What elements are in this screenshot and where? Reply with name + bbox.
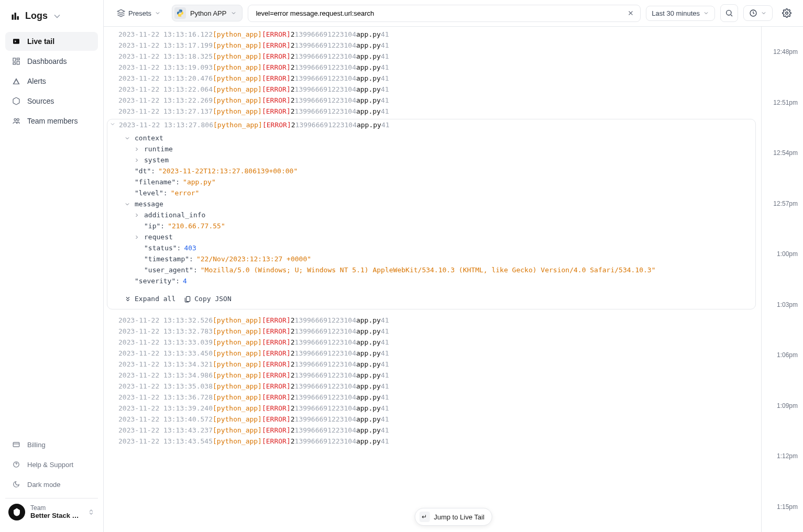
log-row[interactable]: 2023-11-22 13:13:43.545 [python_app] [ER…: [104, 436, 761, 447]
log-row[interactable]: 2023-11-22 13:13:39.240 [python_app] [ER…: [104, 403, 761, 414]
log-row[interactable]: 2023-11-22 13:13:22.269 [python_app] [ER…: [104, 95, 761, 106]
settings-button[interactable]: [778, 4, 796, 22]
log-level-tag: [ERROR]: [262, 393, 291, 401]
log-row[interactable]: 2023-11-22 13:13:33.039 [python_app] [ER…: [104, 337, 761, 348]
timeline-tick[interactable]: 12:51pm: [762, 77, 803, 128]
json-row[interactable]: "severity": 4: [115, 275, 748, 286]
log-tail: 2: [291, 437, 295, 445]
log-row[interactable]: 2023-11-22 13:13:34.986 [python_app] [ER…: [104, 370, 761, 381]
nav-team-members[interactable]: Team members: [5, 112, 98, 130]
alerts-icon: [12, 76, 21, 86]
log-row[interactable]: 2023-11-22 13:13:35.038 [python_app] [ER…: [104, 381, 761, 392]
log-timestamp: 2023-11-22 13:13:16.122: [118, 30, 213, 38]
log-row[interactable]: 2023-11-22 13:13:34.321 [python_app] [ER…: [104, 359, 761, 370]
json-row[interactable]: "status": 403: [115, 242, 748, 253]
timeline-tick[interactable]: 1:15pm: [762, 482, 803, 533]
log-level-tag: [ERROR]: [262, 371, 291, 379]
log-row[interactable]: 2023-11-22 13:13:20.476 [python_app] [ER…: [104, 73, 761, 84]
chevron-down-icon[interactable]: [124, 201, 131, 207]
dark-mode-icon: [12, 480, 21, 489]
json-row[interactable]: message: [115, 198, 748, 209]
svg-line-15: [731, 15, 732, 16]
log-row[interactable]: 2023-11-22 13:13:32.783 [python_app] [ER…: [104, 326, 761, 337]
timeline-tick[interactable]: 12:54pm: [762, 128, 803, 179]
chevron-down-icon: [230, 10, 237, 16]
log-row[interactable]: 2023-11-22 13:13:33.450 [python_app] [ER…: [104, 348, 761, 359]
jump-to-live-tail-button[interactable]: ↵ Jump to Live Tail: [414, 508, 492, 526]
json-row[interactable]: "ip": "210.66.77.55": [115, 220, 748, 231]
svg-rect-1: [13, 58, 16, 61]
chevron-down-icon: [703, 10, 709, 16]
log-row[interactable]: 2023-11-22 13:13:43.237 [python_app] [ER…: [104, 425, 761, 436]
log-timestamp: 2023-11-22 13:13:27.137: [118, 107, 213, 115]
svg-rect-7: [13, 442, 19, 447]
json-row[interactable]: "user_agent": "Mozilla/5.0 (Windows; U; …: [115, 264, 748, 275]
history-button[interactable]: [743, 5, 773, 21]
json-row[interactable]: runtime: [115, 143, 748, 154]
log-level-tag: [ERROR]: [262, 382, 291, 390]
log-level-tag: [ERROR]: [262, 404, 291, 412]
live-tail-icon: [12, 37, 21, 46]
log-tail: 2: [291, 404, 295, 412]
log-level-tag: [ERROR]: [262, 96, 291, 104]
nav-help[interactable]: Help & Support: [5, 455, 98, 474]
log-row[interactable]: 2023-11-22 13:13:27.137 [python_app] [ER…: [104, 106, 761, 117]
timeline-tick[interactable]: 12:48pm: [762, 27, 803, 77]
json-row[interactable]: additional_info: [115, 209, 748, 220]
copy-json-button[interactable]: Copy JSON: [184, 295, 231, 303]
log-row[interactable]: 2023-11-22 13:13:32.526 [python_app] [ER…: [104, 315, 761, 326]
chevron-right-icon[interactable]: [134, 212, 141, 218]
run-query-button[interactable]: [720, 4, 738, 22]
log-timestamp: 2023-11-22 13:13:17.199: [118, 41, 213, 49]
log-level-tag: [ERROR]: [262, 338, 291, 346]
log-timestamp: 2023-11-22 13:13:22.064: [118, 85, 213, 93]
chevron-right-icon[interactable]: [134, 234, 141, 240]
nav-sources[interactable]: Sources: [5, 92, 98, 110]
log-row[interactable]: 2023-11-22 13:13:27.806 [python_app] [ER…: [107, 119, 755, 130]
nav-dashboards[interactable]: Dashboards: [5, 52, 98, 71]
expand-all-button[interactable]: Expand all: [124, 295, 175, 303]
team-members-icon: [12, 116, 21, 126]
source-chip-label: Python APP: [190, 9, 226, 17]
log-row[interactable]: 2023-11-22 13:13:16.122 [python_app] [ER…: [104, 29, 761, 40]
nav-billing[interactable]: Billing: [5, 435, 98, 454]
team-switcher[interactable]: Team Better Stack Wr…: [5, 498, 98, 526]
chevron-down-icon[interactable]: [124, 135, 131, 141]
timeline-tick[interactable]: 12:57pm: [762, 179, 803, 229]
app-switcher[interactable]: Logs: [5, 6, 98, 26]
chevron-right-icon[interactable]: [134, 146, 141, 152]
log-row[interactable]: 2023-11-22 13:13:36.728 [python_app] [ER…: [104, 392, 761, 403]
log-row[interactable]: 2023-11-22 13:13:18.325 [python_app] [ER…: [104, 51, 761, 62]
log-row[interactable]: 2023-11-22 13:13:22.064 [python_app] [ER…: [104, 84, 761, 95]
log-level-tag: [ERROR]: [262, 415, 291, 423]
timeline-tick[interactable]: 1:03pm: [762, 280, 803, 330]
log-tail: 2: [291, 30, 295, 38]
enter-key-icon: ↵: [419, 512, 430, 522]
log-row[interactable]: 2023-11-22 13:13:17.199 [python_app] [ER…: [104, 40, 761, 51]
json-row[interactable]: system: [115, 154, 748, 165]
timeline-tick[interactable]: 1:09pm: [762, 381, 803, 431]
nav-dark-mode[interactable]: Dark mode: [5, 475, 98, 494]
nav-alerts[interactable]: Alerts: [5, 72, 98, 91]
log-row[interactable]: 2023-11-22 13:13:19.093 [python_app] [ER…: [104, 62, 761, 73]
json-row[interactable]: "dt": "2023-11-22T12:13:27.806139+00:00": [115, 165, 748, 176]
chevron-right-icon[interactable]: [134, 157, 141, 163]
query-input[interactable]: [251, 5, 624, 21]
source-chip[interactable]: Python APP: [172, 5, 243, 21]
nav-live-tail[interactable]: Live tail: [5, 32, 98, 51]
log-tail: 2: [291, 393, 295, 401]
presets-button[interactable]: Presets: [111, 5, 167, 21]
timeline-tick[interactable]: 1:00pm: [762, 229, 803, 280]
json-row[interactable]: "filename": "app.py": [115, 176, 748, 187]
log-row[interactable]: 2023-11-22 13:13:40.572 [python_app] [ER…: [104, 414, 761, 425]
clear-query-button[interactable]: [624, 7, 637, 19]
json-row[interactable]: request: [115, 231, 748, 242]
time-range-button[interactable]: Last 30 minutes: [646, 6, 715, 21]
timeline-tick[interactable]: 1:12pm: [762, 431, 803, 482]
log-app-tag: [python_app]: [213, 415, 262, 423]
timeline-tick[interactable]: 1:06pm: [762, 330, 803, 381]
json-row[interactable]: context: [115, 132, 748, 143]
json-row[interactable]: "timestamp": "22/Nov/2023:12:13:27 +0000…: [115, 253, 748, 264]
collapse-button[interactable]: [109, 121, 119, 127]
json-row[interactable]: "level": "error": [115, 187, 748, 198]
